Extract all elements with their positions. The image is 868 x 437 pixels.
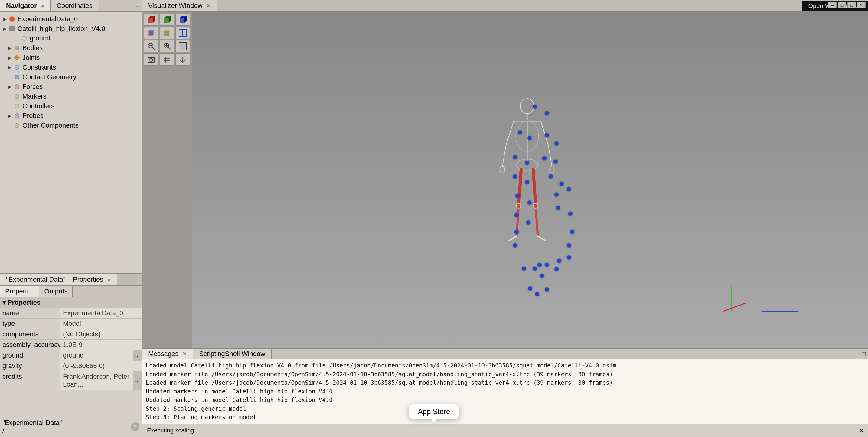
marker-dot <box>570 230 574 234</box>
viz-btn-r1[interactable] <box>144 27 158 39</box>
action-tab-properties[interactable]: Properti... <box>0 285 39 297</box>
panel-minimize-btn[interactable]: – <box>136 2 140 9</box>
svg-line-21 <box>168 47 170 49</box>
capture-icon <box>147 55 155 64</box>
action-tab-outputs[interactable]: Outputs <box>39 285 72 297</box>
tab-messages[interactable]: Messages × <box>142 349 193 359</box>
tab-experimental-data-properties[interactable]: "Experimental Data" – Properties × <box>0 274 117 285</box>
footer-label: "Experimental Data" <box>2 419 62 427</box>
tree-item-ground[interactable]: ▶ ground <box>0 34 142 43</box>
bodies-label: Bodies <box>22 44 43 52</box>
viz-btn-green-cube[interactable] <box>160 13 174 26</box>
viz-btn-zoom-in[interactable] <box>160 40 174 52</box>
footer-text: "Experimental Data" / <box>2 419 62 435</box>
marker-dot <box>568 211 572 216</box>
properties-tab-close[interactable]: × <box>107 277 111 283</box>
tree-item-controllers[interactable]: ▶ Controllers <box>0 101 142 111</box>
visualizer-tab-close[interactable]: × <box>207 2 211 9</box>
window-controls: – □ □ × <box>828 2 866 8</box>
tree-item-forces[interactable]: ▶ Forces <box>0 82 142 92</box>
message-tabs: Messages × ScriptingShell Window □ <box>142 349 868 359</box>
icon-contact-geometry <box>13 73 21 81</box>
prop-value-credits: Frank Anderson, Peter Loan... <box>61 371 133 390</box>
prop-key-assembly-accuracy: assembly_accuracy <box>0 340 61 350</box>
forces-label: Forces <box>22 83 43 91</box>
viz-btn-zoom-out[interactable] <box>144 40 158 52</box>
visualizer-header: Visualizer Window × Open View Controls <box>142 0 868 12</box>
viz-btn-axes[interactable] <box>176 54 190 66</box>
properties-panel-minimize[interactable]: – <box>136 276 140 283</box>
marker-dot <box>522 267 526 271</box>
viz-btn-r2[interactable] <box>160 27 174 39</box>
frame-icon <box>179 42 187 51</box>
marker-dot <box>545 263 549 267</box>
tree-item-bodies[interactable]: ▶ Bodies <box>0 43 142 53</box>
close-button[interactable]: × <box>857 2 866 8</box>
message-line: Updated markers in model Catelli_high_hi… <box>146 387 864 396</box>
tree-item-probes[interactable]: ▶ Probes <box>0 111 142 121</box>
svg-point-54 <box>212 329 215 332</box>
tab-messages-close[interactable]: × <box>183 350 187 358</box>
message-content[interactable]: Loaded model Catelli_high_hip_flexion_V4… <box>142 359 868 424</box>
tree-item-other-components[interactable]: ▶ Other Components <box>0 121 142 130</box>
tab-coordinates[interactable]: Coordinates <box>51 0 99 11</box>
other-components-label: Other Components <box>22 122 79 129</box>
properties-panel-title: "Experimental Data" – Properties <box>6 276 103 283</box>
svg-line-17 <box>152 47 155 49</box>
app-container: Navigator × Coordinates – ▶ <box>0 0 868 437</box>
tree-item-experimental-data[interactable]: ▶ ExperimentalData_0 <box>0 14 142 24</box>
tree-item-contact-geometry[interactable]: ▶ Contact Geometry <box>0 72 142 82</box>
message-minimize-btn[interactable]: □ <box>862 350 866 358</box>
arrow-constraints: ▶ <box>7 65 12 70</box>
main-area: Navigator × Coordinates – ▶ <box>0 0 868 437</box>
status-close-btn[interactable]: × <box>860 427 863 434</box>
tree-item-markers[interactable]: ▶ Markers <box>0 92 142 101</box>
viz-toolbar-row-1 <box>144 13 190 26</box>
maximize-button[interactable]: □ <box>838 2 846 8</box>
opensim-logo-svg <box>203 320 224 341</box>
tree-item-model[interactable]: ▶ Catelli_high_hip_flexion_V4.0 <box>0 24 142 34</box>
tree-item-constraints[interactable]: ▶ Constraints <box>0 63 142 72</box>
viz-btn-frame[interactable] <box>176 40 190 52</box>
app-store-label: App Store <box>418 407 450 415</box>
marker-dot <box>557 259 561 263</box>
tab-navigator-close[interactable]: × <box>41 3 44 9</box>
marker-dot <box>549 174 553 179</box>
prop-key-credits: credits <box>0 371 61 390</box>
prop-value-name: ExperimentalData_0 <box>61 308 142 318</box>
prop-key-components: components <box>0 329 61 339</box>
visualizer-body <box>142 12 868 348</box>
toolbar-icon-r2 <box>163 29 171 37</box>
message-panel: Messages × ScriptingShell Window □ Loade… <box>142 348 868 424</box>
viz-btn-capture[interactable] <box>144 54 158 66</box>
viz-btn-blue-cube[interactable] <box>176 13 190 26</box>
viz-scene[interactable] <box>192 12 868 348</box>
restore-button[interactable]: □ <box>847 2 856 8</box>
prop-row-assembly-accuracy: assembly_accuracy 1.0E-9 <box>0 340 142 350</box>
tab-scripting[interactable]: ScriptingShell Window <box>193 349 272 359</box>
svg-line-31 <box>180 60 183 63</box>
icon-experimental-data <box>8 15 16 23</box>
tab-navigator[interactable]: Navigator × <box>0 0 51 11</box>
tree-container: ▶ ExperimentalData_0 ▶ Catelli_high_hip_… <box>0 12 142 273</box>
icon-bodies <box>13 44 21 52</box>
viz-btn-grid[interactable] <box>160 54 174 66</box>
prop-key-ground: ground <box>0 350 61 361</box>
help-button[interactable]: ? <box>131 423 140 431</box>
marker-dot <box>513 155 517 159</box>
viz-btn-red-cube[interactable] <box>144 13 158 26</box>
message-line: Loaded marker file /Users/jacob/Document… <box>146 370 864 379</box>
prop-btn-credits[interactable]: … <box>133 371 142 390</box>
prop-btn-ground[interactable]: … <box>133 350 142 361</box>
tab-visualizer[interactable]: Visualizer Window × <box>142 0 217 11</box>
prop-value-ground: ground <box>61 350 133 361</box>
navigator-tabs: Navigator × Coordinates – <box>0 0 142 12</box>
viz-btn-r3[interactable] <box>176 27 190 39</box>
zoom-out-icon <box>147 42 155 51</box>
tree-item-joints[interactable]: ▶ Joints <box>0 53 142 63</box>
minimize-button[interactable]: – <box>828 2 837 8</box>
section-header-label: ▾ <box>2 299 7 306</box>
svg-line-30 <box>183 60 186 63</box>
prop-key-type: type <box>0 318 61 329</box>
ground-label: ground <box>30 34 51 42</box>
